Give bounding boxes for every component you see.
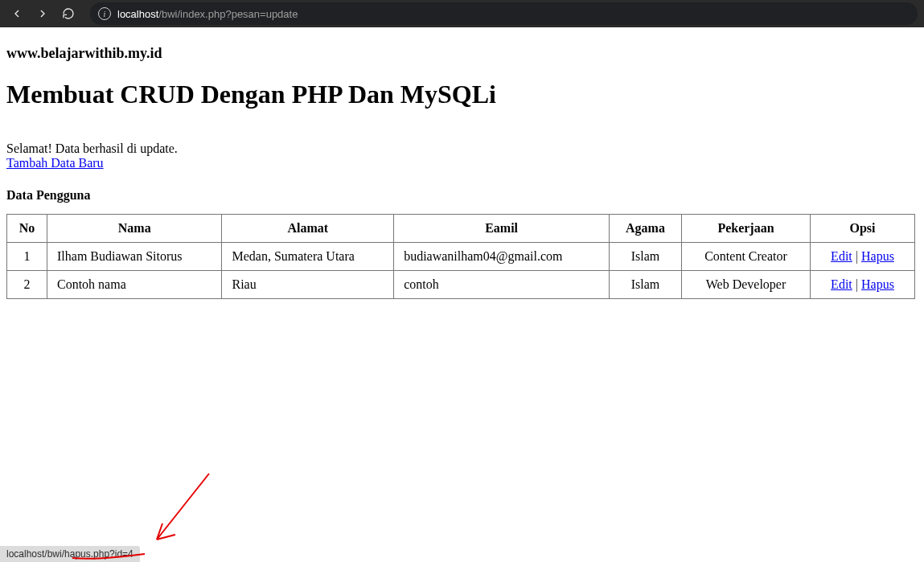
- cell-email: contoh: [394, 271, 610, 299]
- table-row: 2Contoh namaRiaucontohIslamWeb Developer…: [7, 271, 915, 299]
- cell-opsi: Edit | Hapus: [811, 271, 915, 299]
- success-message: Selamat! Data berhasil di update.: [6, 142, 918, 156]
- cell-pekerjaan: Web Developer: [682, 271, 811, 299]
- cell-nama: Contoh nama: [47, 271, 222, 299]
- page-content: www.belajarwithib.my.id Membuat CRUD Den…: [0, 27, 924, 306]
- cell-alamat: Riau: [222, 271, 394, 299]
- url-path: /bwi/index.php?pesan=update: [158, 8, 298, 20]
- back-button[interactable]: [6, 3, 27, 24]
- url-origin: localhost: [117, 8, 158, 20]
- th-no: No: [7, 215, 47, 243]
- cell-no: 1: [7, 243, 47, 271]
- link-separator: |: [852, 249, 861, 263]
- cell-agama: Islam: [610, 271, 682, 299]
- data-table: No Nama Alamat Eamil Agama Pekerjaan Ops…: [6, 214, 915, 299]
- cell-alamat: Medan, Sumatera Utara: [222, 243, 394, 271]
- cell-nama: Ilham Budiawan Sitorus: [47, 243, 222, 271]
- cell-agama: Islam: [610, 243, 682, 271]
- add-data-link[interactable]: Tambah Data Baru: [6, 156, 104, 170]
- site-title: www.belajarwithib.my.id: [6, 45, 918, 62]
- th-pekerjaan: Pekerjaan: [682, 215, 811, 243]
- edit-link[interactable]: Edit: [831, 277, 852, 291]
- reload-button[interactable]: [58, 3, 79, 24]
- cell-no: 2: [7, 271, 47, 299]
- th-email: Eamil: [394, 215, 610, 243]
- delete-link[interactable]: Hapus: [861, 249, 894, 263]
- th-nama: Nama: [47, 215, 222, 243]
- table-header-row: No Nama Alamat Eamil Agama Pekerjaan Ops…: [7, 215, 915, 243]
- link-separator: |: [852, 277, 861, 291]
- table-row: 1Ilham Budiawan SitorusMedan, Sumatera U…: [7, 243, 915, 271]
- table-body: 1Ilham Budiawan SitorusMedan, Sumatera U…: [7, 243, 915, 299]
- address-bar[interactable]: i localhost/bwi/index.php?pesan=update: [90, 2, 918, 25]
- info-icon[interactable]: i: [98, 7, 111, 20]
- url-text: localhost/bwi/index.php?pesan=update: [117, 8, 298, 20]
- delete-link[interactable]: Hapus: [861, 277, 894, 291]
- forward-button[interactable]: [32, 3, 53, 24]
- edit-link[interactable]: Edit: [831, 249, 852, 263]
- th-alamat: Alamat: [222, 215, 394, 243]
- th-agama: Agama: [610, 215, 682, 243]
- section-title: Data Pengguna: [6, 188, 918, 203]
- th-opsi: Opsi: [811, 215, 915, 243]
- cell-opsi: Edit | Hapus: [811, 243, 915, 271]
- cell-pekerjaan: Content Creator: [682, 243, 811, 271]
- browser-toolbar: i localhost/bwi/index.php?pesan=update: [0, 0, 924, 27]
- page-title: Membuat CRUD Dengan PHP Dan MySQLi: [6, 80, 918, 109]
- cell-email: budiawanilham04@gmail.com: [394, 243, 610, 271]
